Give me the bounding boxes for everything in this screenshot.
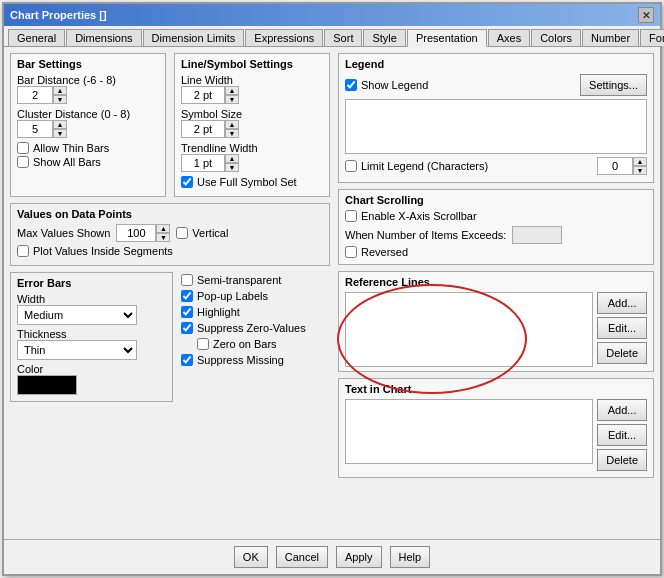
symbol-size-btns: ▲ ▼ [225,120,239,138]
highlight-row: Highlight [181,306,330,318]
limit-legend-checkbox[interactable] [345,160,357,172]
show-all-bars-checkbox[interactable] [17,156,29,168]
line-symbol-title: Line/Symbol Settings [181,58,323,70]
vertical-row: Vertical [176,227,228,239]
symbol-size-input[interactable] [181,120,225,138]
bar-distance-input[interactable] [17,86,53,104]
zero-on-bars-checkbox[interactable] [197,338,209,350]
close-icon: ✕ [642,10,650,21]
line-width-btns: ▲ ▼ [225,86,239,104]
cluster-up[interactable]: ▲ [53,120,67,129]
use-full-symbol-label: Use Full Symbol Set [197,176,297,188]
enable-xaxis-label: Enable X-Axis Scrollbar [361,210,477,222]
trendline-width-input[interactable] [181,154,225,172]
line-width-input[interactable] [181,86,225,104]
tab-number[interactable]: Number [582,29,639,46]
popup-labels-checkbox[interactable] [181,290,193,302]
tab-style[interactable]: Style [363,29,405,46]
line-width-up[interactable]: ▲ [225,86,239,95]
left-panel: Bar Settings Bar Distance (-6 - 8) ▲ ▼ C… [10,53,330,533]
exceeds-input[interactable] [512,226,562,244]
text-chart-edit-button[interactable]: Edit... [597,424,647,446]
color-swatch[interactable] [17,375,77,395]
tab-expressions[interactable]: Expressions [245,29,323,46]
limit-legend-input[interactable] [597,157,633,175]
text-chart-list [345,399,593,464]
tab-presentation[interactable]: Presentation [407,29,487,47]
reflines-delete-button[interactable]: Delete [597,342,647,364]
use-full-symbol-checkbox[interactable] [181,176,193,188]
top-sections: Bar Settings Bar Distance (-6 - 8) ▲ ▼ C… [10,53,330,197]
symbol-size-up[interactable]: ▲ [225,120,239,129]
apply-button[interactable]: Apply [336,546,382,568]
bar-distance-up[interactable]: ▲ [53,86,67,95]
text-chart-delete-button[interactable]: Delete [597,449,647,471]
bar-distance-down[interactable]: ▼ [53,95,67,104]
max-values-spinner: ▲ ▼ [116,224,170,242]
reflines-title: Reference Lines [345,276,647,288]
ok-button[interactable]: OK [234,546,268,568]
cluster-distance-input[interactable] [17,120,53,138]
limit-legend-up[interactable]: ▲ [633,157,647,166]
reversed-checkbox[interactable] [345,246,357,258]
suppress-zero-checkbox[interactable] [181,322,193,334]
suppress-missing-row: Suppress Missing [181,354,330,366]
max-values-input[interactable] [116,224,156,242]
vertical-checkbox[interactable] [176,227,188,239]
trendline-width-btns: ▲ ▼ [225,154,239,172]
tab-axes[interactable]: Axes [488,29,530,46]
allow-thin-bars-row: Allow Thin Bars [17,142,159,154]
reference-lines-section: Reference Lines Add... Edit... Delete [338,271,654,372]
vertical-label: Vertical [192,227,228,239]
cancel-button[interactable]: Cancel [276,546,328,568]
enable-xaxis-checkbox[interactable] [345,210,357,222]
tab-sort[interactable]: Sort [324,29,362,46]
highlight-label: Highlight [197,306,240,318]
reflines-add-button[interactable]: Add... [597,292,647,314]
tab-general[interactable]: General [8,29,65,46]
tab-font[interactable]: Font [640,29,664,46]
line-width-down[interactable]: ▼ [225,95,239,104]
show-legend-checkbox[interactable] [345,79,357,91]
text-in-chart-section: Text in Chart Add... Edit... Delete [338,378,654,478]
tab-colors[interactable]: Colors [531,29,581,46]
limit-legend-spinner: ▲ ▼ [597,157,647,175]
limit-legend-down[interactable]: ▼ [633,166,647,175]
max-values-up[interactable]: ▲ [156,224,170,233]
popup-labels-label: Pop-up Labels [197,290,268,302]
legend-settings-button[interactable]: Settings... [580,74,647,96]
width-label: Width [17,293,166,305]
max-values-down[interactable]: ▼ [156,233,170,242]
cluster-down[interactable]: ▼ [53,129,67,138]
reversed-row: Reversed [345,246,647,258]
suppress-missing-checkbox[interactable] [181,354,193,366]
plot-inside-checkbox[interactable] [17,245,29,257]
reflines-edit-button[interactable]: Edit... [597,317,647,339]
help-button[interactable]: Help [390,546,431,568]
reversed-label: Reversed [361,246,408,258]
bar-distance-spinner: ▲ ▼ [17,86,159,104]
text-in-chart-title: Text in Chart [345,383,647,395]
suppress-missing-label: Suppress Missing [197,354,284,366]
suppress-zero-label: Suppress Zero-Values [197,322,306,334]
thickness-select[interactable]: Thin Medium Wide [17,340,137,360]
tab-dimensions[interactable]: Dimensions [66,29,141,46]
text-chart-add-button[interactable]: Add... [597,399,647,421]
tab-dimension-limits[interactable]: Dimension Limits [143,29,245,46]
scrolling-title: Chart Scrolling [345,194,647,206]
symbol-size-down[interactable]: ▼ [225,129,239,138]
max-values-label: Max Values Shown [17,227,110,239]
highlight-checkbox[interactable] [181,306,193,318]
trendline-width-up[interactable]: ▲ [225,154,239,163]
bottom-sections: Error Bars Width Medium Thin Wide Thickn… [10,272,330,402]
reflines-buttons: Add... Edit... Delete [597,292,647,367]
width-select[interactable]: Medium Thin Wide [17,305,137,325]
semi-transparent-checkbox[interactable] [181,274,193,286]
allow-thin-bars-checkbox[interactable] [17,142,29,154]
legend-title: Legend [345,58,647,70]
trendline-width-down[interactable]: ▼ [225,163,239,172]
legend-section: Legend Show Legend Settings... Limit Leg… [338,53,654,183]
close-button[interactable]: ✕ [638,7,654,23]
enable-xaxis-row: Enable X-Axis Scrollbar [345,210,647,222]
show-legend-cb-row: Show Legend [345,79,574,91]
